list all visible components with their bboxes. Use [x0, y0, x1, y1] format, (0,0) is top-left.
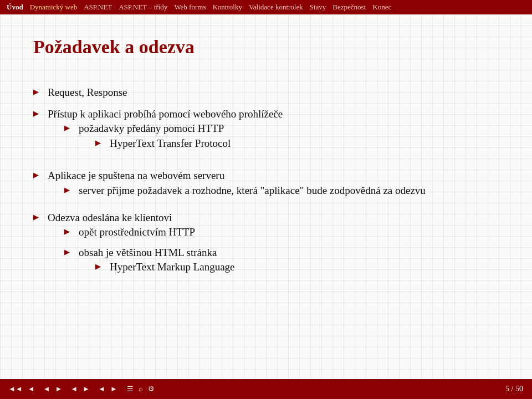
sub-sub-item-4-2-1: HyperText Markup Language	[95, 260, 235, 275]
page-counter: 5 / 50	[505, 385, 523, 393]
sub-item-4-2-content: obsah je většinou HTML stránka HyperText…	[79, 245, 235, 280]
list-item-2: Přístup k aplikaci probíhá pomocí webové…	[33, 107, 499, 162]
list-item-3-text: Aplikace je spuštena na webovém serveru	[48, 170, 224, 181]
sub-sub-list-4-2: HyperText Markup Language	[95, 260, 235, 275]
list-item-4-text: Odezva odeslána ke klientovi	[48, 212, 172, 223]
nav-options-button[interactable]: ⚙	[146, 383, 156, 395]
sub-item-3-1-text: server přijme požadavek a rozhodne, kter…	[79, 183, 426, 198]
nav-item-bezpecnost[interactable]: Bezpečnost	[332, 3, 366, 12]
nav-item-prev-button[interactable]: ◄	[96, 383, 107, 395]
sub-item-2-1-text: požadavky předány pomocí HTTP	[79, 122, 224, 134]
sub-list-4: opět prostřednictvím HTTP obsah je větši…	[64, 225, 235, 280]
nav-item-aspnet[interactable]: ASP.NET	[84, 3, 112, 12]
sub-item-3-1: server přijme požadavek a rozhodne, kter…	[64, 183, 426, 198]
sub-item-4-1-text: opět prostřednictvím HTTP	[79, 225, 195, 240]
sub-item-2-1-content: požadavky předány pomocí HTTP HyperText …	[79, 121, 231, 156]
bullet-icon-1	[33, 86, 42, 98]
nav-item-next-button[interactable]: ►	[109, 383, 119, 395]
nav-subsection-next-button[interactable]: ►	[81, 383, 91, 395]
sub-list-2: požadavky předány pomocí HTTP HyperText …	[64, 121, 283, 156]
bullet-icon-4-2-1	[95, 261, 104, 272]
sub-item-4-2-text: obsah je většinou HTML stránka	[79, 247, 217, 258]
nav-item-konec[interactable]: Konec	[372, 3, 391, 12]
sub-item-4-2: obsah je většinou HTML stránka HyperText…	[64, 245, 235, 280]
bottom-left-icons: ◄◄ ◄ ◄ ► ◄ ► ◄ ► ☰ ⌕ ⚙	[7, 383, 156, 395]
list-item-4: Odezva odeslána ke klientovi opět prostř…	[33, 211, 499, 286]
sub-sub-item-4-2-1-text: HyperText Markup Language	[110, 260, 235, 275]
content-list: Request, Response Přístup k aplikaci pro…	[33, 85, 499, 286]
page-title: Požadavek a odezva	[33, 37, 499, 58]
nav-zoom-button[interactable]: ⌕	[137, 383, 145, 395]
nav-section-prev-button[interactable]: ◄	[42, 383, 52, 395]
bottom-bar: ◄◄ ◄ ◄ ► ◄ ► ◄ ► ☰ ⌕ ⚙ 5 / 50	[0, 379, 532, 399]
list-item-2-text: Přístup k aplikaci probíhá pomocí webové…	[48, 108, 283, 120]
list-item-1-text: Request, Response	[48, 85, 127, 100]
nav-section-next-button[interactable]: ►	[53, 383, 64, 395]
list-item-1: Request, Response	[33, 85, 499, 100]
list-item-3-content: Aplikace je spuštena na webovém serveru …	[48, 168, 426, 203]
bullet-icon-2-1-1	[95, 137, 104, 149]
nav-item-uvod[interactable]: Úvod	[7, 3, 23, 12]
nav-first-button[interactable]: ◄◄	[7, 383, 24, 395]
bullet-icon-2-1	[64, 122, 73, 134]
sub-item-4-1: opět prostřednictvím HTTP	[64, 225, 235, 240]
nav-subsection-prev-button[interactable]: ◄	[69, 383, 79, 395]
bullet-icon-4-1	[64, 226, 73, 237]
sub-item-2-1: požadavky předány pomocí HTTP HyperText …	[64, 121, 283, 156]
sub-sub-item-2-1-1: HyperText Transfer Protocol	[95, 136, 231, 151]
nav-item-stavy[interactable]: Stavy	[310, 3, 326, 12]
nav-item-validace[interactable]: Validace kontrolek	[249, 3, 303, 12]
nav-bar: Úvod Dynamický web ASP.NET ASP.NET – tří…	[0, 0, 532, 14]
main-content: Požadavek a odezva Request, Response Pří…	[0, 14, 532, 399]
list-item-3: Aplikace je spuštena na webovém serveru …	[33, 168, 499, 203]
nav-item-dynamicky[interactable]: Dynamický web	[30, 3, 78, 12]
nav-prev-button[interactable]: ◄	[26, 383, 37, 395]
sub-list-3: server přijme požadavek a rozhodne, kter…	[64, 183, 426, 198]
bullet-icon-3	[33, 170, 42, 181]
nav-item-aspnet-tridy[interactable]: ASP.NET – třídy	[119, 3, 167, 12]
nav-item-webforms[interactable]: Web forms	[174, 3, 206, 12]
nav-toc-button[interactable]: ☰	[125, 383, 135, 395]
sub-sub-item-2-1-1-text: HyperText Transfer Protocol	[110, 136, 231, 151]
list-item-4-content: Odezva odeslána ke klientovi opět prostř…	[48, 211, 235, 286]
bullet-icon-2	[33, 108, 42, 119]
list-item-2-content: Přístup k aplikaci probíhá pomocí webové…	[48, 107, 283, 162]
sub-sub-list-2-1: HyperText Transfer Protocol	[95, 136, 231, 151]
bullet-icon-3-1	[64, 185, 73, 196]
bullet-icon-4	[33, 212, 42, 223]
nav-item-kontrolky[interactable]: Kontrolky	[212, 3, 242, 12]
bullet-icon-4-2	[64, 247, 73, 258]
